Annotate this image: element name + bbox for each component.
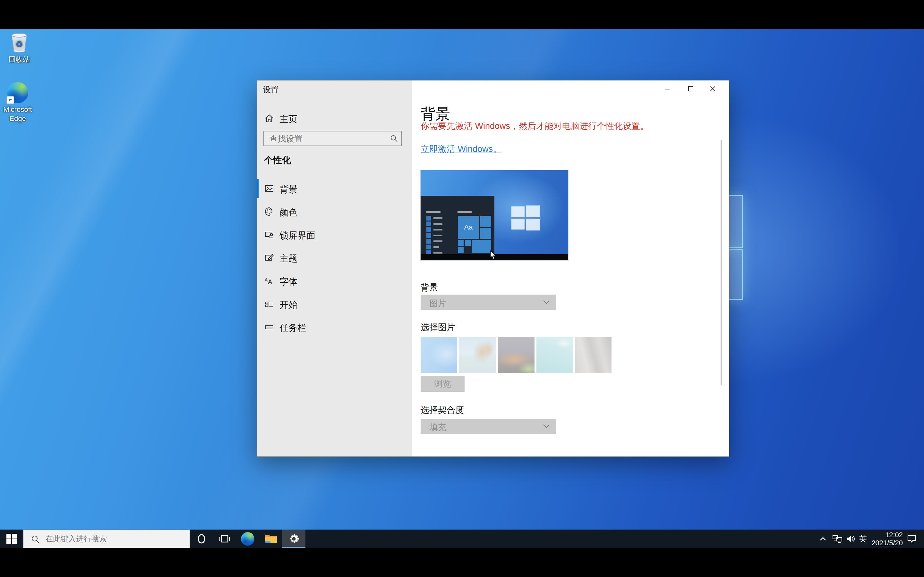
fit-dropdown[interactable]: 填充 [421,419,556,434]
chevron-up-icon [819,536,827,542]
tray-clock[interactable]: 12:02 2021/5/20 [861,530,903,548]
font-icon: A A [264,276,274,286]
thumb-beach-rocks[interactable] [459,337,496,373]
sidebar-section-personalization: 个性化 [264,154,291,166]
desktop-icon-label: Microsoft Edge [0,105,39,123]
search-icon [390,134,398,143]
maximize-icon [687,85,695,93]
svg-text:A: A [268,278,272,285]
minimize-icon [664,85,672,93]
page-title: 背景 [421,104,450,124]
recycle-bin-icon: ♻ [9,32,29,53]
close-icon [709,85,716,93]
sidebar-item-taskbar[interactable]: 任务栏 [257,318,412,337]
tray-time: 12:02 [885,531,903,539]
edge-taskbar-button[interactable] [236,530,259,548]
speaker-icon [846,535,855,543]
action-center-icon [907,534,917,543]
tray-show-hidden-icons[interactable] [817,530,829,548]
activate-windows-link[interactable]: 立即激活 Windows。 [421,143,501,155]
choose-fit-label: 选择契合度 [421,404,464,416]
close-button[interactable] [704,81,722,97]
sidebar-item-colors[interactable]: 颜色 [257,202,412,221]
mouse-cursor [490,250,497,260]
preview-windows-logo [511,205,540,230]
sidebar-item-label: 字体 [279,276,297,288]
home-icon [264,113,274,123]
background-preview: Aa [421,170,568,260]
settings-search-box[interactable] [263,131,402,146]
thumb-underwater-turtle[interactable] [536,337,573,373]
cortana-button[interactable] [190,530,213,548]
sidebar-item-label: 开始 [279,299,297,311]
choose-picture-label: 选择图片 [421,322,455,333]
search-icon [31,534,40,544]
sidebar-item-label: 锁屏界面 [279,229,315,242]
thumb-gray-cliff[interactable] [575,337,612,373]
windows-logo-icon [6,533,17,545]
scrollbar[interactable] [720,140,722,385]
background-type-dropdown[interactable]: 图片 [421,295,556,309]
theme-icon [264,253,274,263]
background-dropdown-label: 背景 [421,282,438,293]
minimize-button[interactable] [659,81,677,97]
svg-text:A: A [265,277,268,282]
settings-window: 设置 主页 个性化 [257,80,729,457]
sidebar-item-label: 主页 [279,113,297,125]
lockscreen-icon [264,229,274,240]
settings-sidebar: 设置 主页 个性化 [257,81,412,456]
browse-button[interactable]: 浏览 [421,376,465,392]
dropdown-value: 填充 [430,422,446,433]
svg-text:♻: ♻ [15,39,23,49]
sidebar-item-home[interactable]: 主页 [257,109,412,128]
sidebar-item-start[interactable]: 开始 [257,294,412,314]
tray-date: 2021/5/20 [871,539,903,547]
edge-logo-icon [241,532,254,546]
tray-volume[interactable] [845,530,857,548]
palette-icon [264,206,274,217]
desktop-icon-label: 回收站 [0,55,39,64]
network-icon [832,534,843,543]
taskbar-search-input[interactable] [45,533,184,545]
sidebar-item-background[interactable]: 背景 [257,179,412,198]
taskbar: 英 12:02 2021/5/20 [0,530,924,548]
sidebar-item-label: 任务栏 [279,322,306,334]
image-icon [264,183,274,193]
taskbar-search-box[interactable] [23,530,190,548]
chevron-down-icon [543,300,550,305]
sidebar-item-label: 颜色 [279,206,297,219]
preview-start-menu: Aa [421,196,494,254]
sidebar-item-fonts[interactable]: A A 字体 [257,271,412,290]
start-layout-icon [264,299,274,309]
selected-accent-bar [257,179,258,198]
settings-taskbar-button[interactable] [282,530,305,548]
window-title: 设置 [263,84,279,95]
file-explorer-button[interactable] [259,530,282,548]
action-center-button[interactable] [904,530,919,548]
tray-network[interactable] [830,530,845,548]
preview-aa-tile: Aa [458,216,479,239]
thumb-night-sky-tent[interactable] [498,337,535,373]
desktop-icon-recycle-bin[interactable]: ♻ 回收站 [0,32,39,64]
shortcut-arrow-badge [6,96,14,104]
sidebar-item-lockscreen[interactable]: 锁屏界面 [257,225,412,244]
sidebar-item-label: 背景 [279,183,297,195]
start-button[interactable] [0,530,23,548]
chevron-down-icon [543,424,550,429]
file-explorer-icon [264,533,278,545]
gear-icon [288,533,300,545]
sidebar-item-label: 主题 [279,253,297,265]
wallpaper-windows-logo-pane-bottom [728,250,743,300]
task-view-button[interactable] [213,530,236,548]
active-app-indicator [282,547,305,548]
activation-warning: 你需要先激活 Windows，然后才能对电脑进行个性化设置。 [421,122,703,137]
wallpaper-windows-logo-pane-top [728,195,743,248]
maximize-button[interactable] [682,81,700,97]
task-view-icon [219,533,230,545]
edge-logo-icon [7,82,28,103]
cortana-icon [196,533,207,544]
sidebar-item-themes[interactable]: 主题 [257,248,412,268]
thumb-windows-default-blue[interactable] [421,337,457,373]
settings-search-input[interactable] [268,132,385,145]
desktop-icon-microsoft-edge[interactable]: Microsoft Edge [0,82,37,123]
